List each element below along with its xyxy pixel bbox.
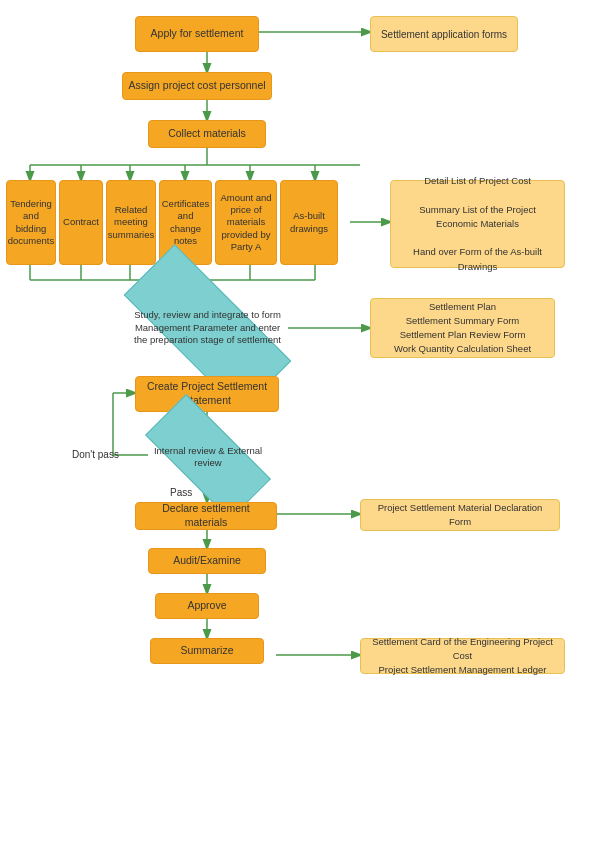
approve-box: Approve	[155, 593, 259, 619]
asbuilt-box: As-built drawings	[280, 180, 338, 265]
apply-box: Apply for settlement	[135, 16, 259, 52]
ledger-box: Settlement Card of the Engineering Proje…	[360, 638, 565, 674]
assign-box: Assign project cost personnel	[122, 72, 272, 100]
flowchart: Apply for settlement Assign project cost…	[0, 0, 600, 848]
create-box: Create Project Settlement Statement	[135, 376, 279, 412]
collect-box: Collect materials	[148, 120, 266, 148]
dont-pass-label: Don't pass	[72, 449, 119, 460]
amount-box: Amount and price of materials provided b…	[215, 180, 277, 265]
declaration-form-box: Project Settlement Material Declaration …	[360, 499, 560, 531]
pass-label: Pass	[170, 487, 192, 498]
summarize-box: Summarize	[150, 638, 264, 664]
contract-box: Contract	[59, 180, 103, 265]
review-diamond: Internal review & External review	[148, 428, 268, 486]
declare-box: Declare settlement materials	[135, 502, 277, 530]
meeting-box: Related meeting summaries	[106, 180, 156, 265]
arrows-svg	[0, 0, 600, 848]
study-diamond: Study, review and integrate to form Mana…	[125, 292, 290, 364]
tendering-box: Tendering and bidding documents	[6, 180, 56, 265]
settlement-plan-box: Settlement Plan Settlement Summary Form …	[370, 298, 555, 358]
audit-box: Audit/Examine	[148, 548, 266, 574]
detail-list-box: Detail List of Project Cost Summary List…	[390, 180, 565, 268]
settlement-forms-box: Settlement application forms	[370, 16, 518, 52]
